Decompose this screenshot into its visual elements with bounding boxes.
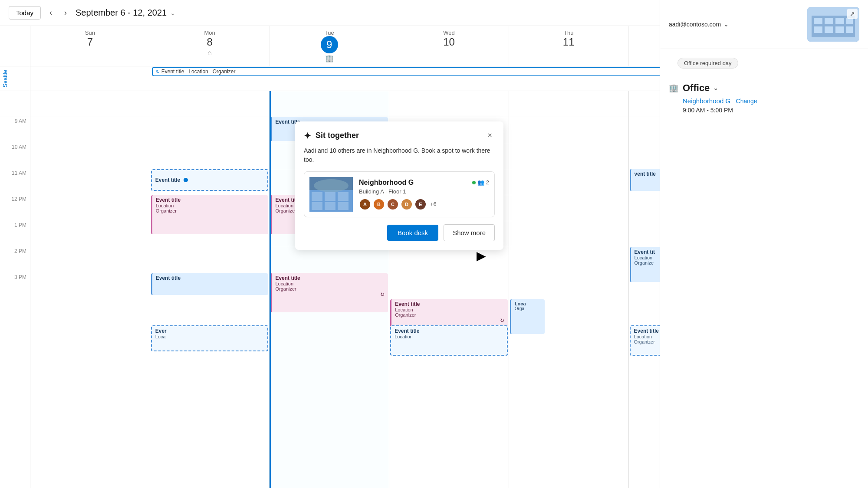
refresh-icon: ↻: [500, 318, 504, 324]
seattle-label: Seattle: [2, 70, 8, 87]
avatar-5: E: [414, 198, 427, 210]
avatar-1: A: [359, 198, 371, 210]
today-indicator: [270, 91, 271, 488]
event-mon-11am[interactable]: Event title Location Organizer: [151, 195, 269, 234]
persons-icon: 👥: [477, 179, 484, 186]
col-sun: [30, 91, 150, 488]
email-chevron-icon[interactable]: ⌄: [723, 21, 729, 28]
event-wed-3pm[interactable]: Event title Location: [390, 325, 508, 356]
sit-card-title: ✦ Sit together: [304, 131, 359, 141]
neighborhood-card: Neighborhood G 👥 2 Building A · Floor 1 …: [304, 171, 495, 217]
svg-rect-12: [312, 192, 322, 201]
neighborhood-building: Building A · Floor 1: [359, 188, 489, 195]
col-mon: Event title Event title Location Organiz…: [150, 91, 270, 488]
svg-rect-7: [825, 26, 833, 33]
office-email: aadi@contoso.com ⌄: [669, 21, 729, 28]
avatar-2: B: [373, 198, 385, 210]
date-range: September 6 - 12, 2021 ⌄: [76, 8, 175, 18]
refresh-icon: ↻: [380, 291, 385, 298]
allday-sun: [30, 66, 150, 91]
time-2pm: 2 PM: [0, 247, 30, 273]
svg-rect-15: [312, 202, 322, 210]
neighborhood-info: Neighborhood G 👥 2 Building A · Floor 1 …: [359, 179, 489, 210]
allday-label: Seattle: [0, 66, 30, 91]
office-title: Office ⌄: [683, 82, 757, 94]
col-thu: Loca Orga: [509, 91, 629, 488]
svg-rect-6: [814, 26, 822, 33]
svg-rect-8: [835, 26, 844, 33]
time-12pm: 12 PM: [0, 195, 30, 221]
svg-rect-3: [825, 18, 833, 24]
office-name-section: 🏢 Office ⌄ Neighborhood G Change 9:00 AM…: [660, 77, 868, 119]
event-tue-1pm[interactable]: Event title Location Organizer ↻: [270, 273, 388, 312]
cursor-indicator: ▶: [477, 249, 486, 263]
time-3pm: 3 PM: [0, 273, 30, 299]
neighborhood-name: Neighborhood G: [683, 97, 730, 105]
day-wed: Wed 10: [389, 26, 509, 66]
neighborhood-image: [309, 177, 353, 212]
time-1pm: 1 PM: [0, 221, 30, 247]
svg-point-18: [314, 179, 349, 192]
close-button[interactable]: ×: [485, 130, 495, 141]
event-mon-3pm[interactable]: Ever Loca: [151, 325, 269, 351]
svg-rect-13: [325, 192, 335, 201]
expand-icon[interactable]: ↗: [847, 9, 858, 19]
status-dot: [472, 181, 476, 184]
avatar-4: D: [401, 198, 413, 210]
svg-rect-17: [338, 202, 349, 210]
office-panel: aadi@contoso.com ⌄ ↗ Office required day…: [660, 0, 868, 488]
card-actions: Book desk Show more: [304, 224, 495, 241]
svg-rect-4: [835, 18, 844, 24]
sparkle-icon: ✦: [304, 131, 311, 141]
svg-rect-16: [325, 202, 335, 210]
day-tue: Tue 9 🏢: [270, 26, 389, 66]
office-hours: 9:00 AM - 5:00 PM: [683, 107, 757, 114]
time-9am: 9 AM: [0, 117, 30, 143]
day-sun: Sun 7: [30, 26, 150, 66]
avatar-3: C: [387, 198, 399, 210]
event-mon-1pm[interactable]: Event title: [151, 273, 269, 295]
day-mon: Mon 8 ⌂: [150, 26, 270, 66]
next-button[interactable]: ›: [61, 7, 70, 19]
day-thu: Thu 11: [509, 26, 629, 66]
office-required-tag: Office required day: [677, 58, 738, 69]
book-desk-button[interactable]: Book desk: [387, 225, 438, 241]
persons-count: 👥 2: [472, 179, 489, 186]
event-mon-10am[interactable]: Event title: [151, 169, 269, 191]
sit-card-body: Aadi and 10 others are in Neighborhood G…: [304, 146, 495, 164]
avatar-more: +6: [430, 201, 437, 207]
svg-rect-2: [814, 18, 822, 24]
show-more-button[interactable]: Show more: [444, 224, 495, 241]
time-11am: 11 AM: [0, 169, 30, 195]
svg-rect-9: [846, 26, 853, 33]
office-panel-header: aadi@contoso.com ⌄ ↗: [660, 0, 868, 49]
time-column: 9 AM 10 AM 11 AM 12 PM 1 PM 2 PM 3 PM: [0, 91, 30, 488]
svg-rect-14: [338, 192, 349, 201]
office-required-section: Office required day: [660, 49, 868, 77]
neighborhood-title: Neighborhood G: [359, 179, 414, 187]
avatars-row: A B C D E +6: [359, 198, 489, 210]
office-image: ↗: [807, 7, 859, 42]
prev-button[interactable]: ‹: [46, 7, 56, 19]
change-link[interactable]: Change: [736, 98, 757, 105]
time-10am: 10 AM: [0, 143, 30, 169]
sit-together-card: ✦ Sit together × Aadi and 10 others are …: [295, 121, 503, 250]
today-button[interactable]: Today: [9, 6, 41, 20]
office-building-icon: 🏢: [669, 83, 678, 93]
sit-card-header: ✦ Sit together ×: [304, 130, 495, 141]
office-chevron-icon[interactable]: ⌄: [713, 85, 718, 92]
current-dot: [184, 178, 188, 182]
date-chevron-icon[interactable]: ⌄: [170, 10, 175, 16]
event-thu-2pm[interactable]: Loca Orga: [510, 299, 545, 334]
